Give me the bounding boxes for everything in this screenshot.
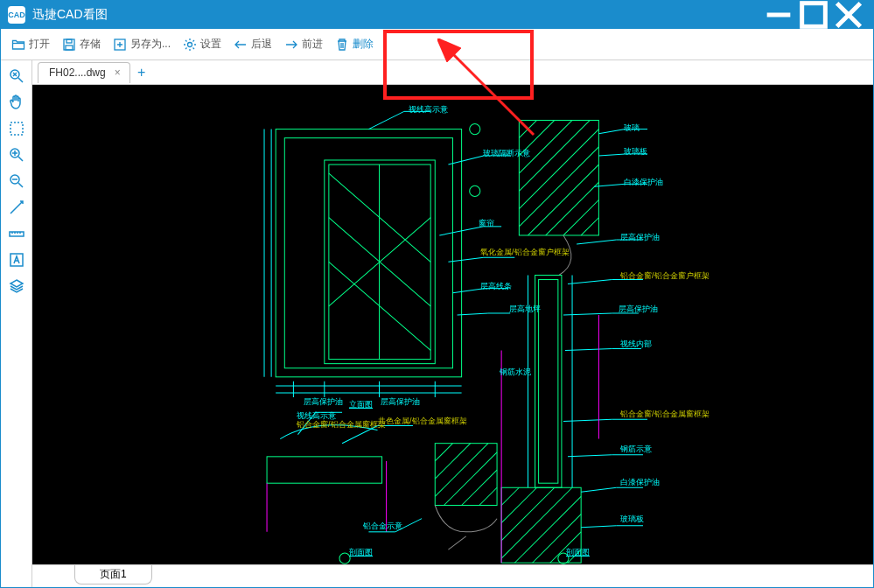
annotation-label: 钢筋示意 — [620, 444, 652, 455]
svg-line-81 — [501, 487, 519, 505]
svg-line-71 — [519, 147, 598, 227]
svg-line-99 — [563, 313, 612, 315]
annotation-label: 共色金属/铝合金属窗框架 — [378, 416, 467, 427]
svg-rect-65 — [519, 120, 598, 235]
annotation-label: 层高保护油 — [619, 304, 658, 315]
svg-line-66 — [519, 120, 536, 137]
svg-line-97 — [568, 280, 612, 284]
svg-line-57 — [435, 444, 470, 479]
titlebar: CAD 迅捷CAD看图 — [1, 1, 873, 29]
annotation-label: 立面图 — [349, 399, 373, 410]
annotation-label: 层高保护油 — [620, 232, 660, 243]
annotation-label: 玻璃隔断示意 — [483, 148, 530, 159]
annotation-label: 钢筋水泥 — [500, 367, 531, 378]
select-window-button[interactable] — [4, 116, 29, 141]
document-tab[interactable]: FH02....dwg × — [38, 62, 130, 83]
close-button[interactable] — [831, 1, 866, 29]
svg-line-84 — [501, 487, 572, 558]
text-button[interactable] — [4, 248, 29, 272]
svg-line-59 — [444, 452, 497, 506]
zoom-extents-button[interactable] — [4, 64, 29, 88]
save-button[interactable]: 存储 — [57, 32, 106, 57]
layout-tab-label: 页面1 — [100, 567, 127, 582]
saveas-icon — [113, 38, 127, 52]
undo-icon — [234, 38, 248, 52]
annotation-label: 玻璃板 — [620, 514, 644, 525]
svg-line-91 — [598, 154, 625, 156]
open-label: 打开 — [29, 37, 50, 52]
svg-line-72 — [528, 164, 598, 235]
saveas-label: 另存为... — [130, 37, 171, 52]
open-button[interactable]: 打开 — [6, 32, 55, 57]
layout-tabs: 页面1 — [32, 564, 873, 587]
undo-button[interactable]: 后退 — [228, 32, 277, 57]
annotation-label: 玻璃板 — [624, 146, 647, 158]
redo-button[interactable]: 前进 — [279, 32, 328, 57]
redo-icon — [284, 38, 298, 52]
draw-line-button[interactable] — [4, 195, 29, 220]
svg-line-41 — [452, 289, 483, 293]
saveas-button[interactable]: 另存为... — [108, 32, 176, 57]
svg-line-89 — [598, 130, 625, 134]
close-icon — [831, 0, 866, 32]
svg-line-61 — [479, 487, 497, 505]
svg-line-39 — [448, 257, 483, 262]
svg-point-46 — [470, 186, 480, 196]
annotation-label: 视线内部 — [620, 339, 652, 350]
delete-button[interactable]: 删除 — [330, 32, 379, 57]
svg-line-74 — [563, 200, 598, 235]
annotation-label: 铝合金窗/铝合金属窗框架 — [297, 419, 386, 430]
svg-rect-55 — [435, 444, 497, 506]
annotation-label: 层高保护油 — [304, 396, 343, 408]
minimize-button[interactable] — [761, 1, 796, 29]
minimize-icon — [761, 0, 796, 32]
tool-sidebar — [1, 60, 32, 587]
undo-label: 后退 — [251, 37, 272, 52]
pan-button[interactable] — [4, 90, 29, 115]
svg-rect-6 — [66, 46, 73, 50]
cad-canvas[interactable]: 视线高示意 玻璃隔断示意 窗帘 氧化金属/铝合金窗户框架 层高线条 层高地坪 层… — [32, 85, 873, 564]
main-area: FH02....dwg × + — [32, 60, 873, 587]
zoom-in-button[interactable] — [4, 143, 29, 167]
svg-line-75 — [581, 218, 598, 235]
settings-button[interactable]: 设置 — [178, 32, 227, 57]
svg-point-8 — [188, 42, 192, 46]
layout-tab[interactable]: 页面1 — [74, 565, 152, 584]
svg-line-70 — [519, 130, 598, 209]
svg-line-35 — [448, 156, 483, 164]
svg-line-103 — [563, 419, 612, 421]
svg-line-64 — [448, 536, 465, 550]
svg-point-45 — [470, 124, 480, 135]
svg-rect-16 — [276, 130, 461, 377]
save-icon — [62, 38, 76, 52]
svg-line-105 — [568, 455, 612, 457]
svg-line-107 — [581, 487, 616, 492]
annotation-label: 白漆保护油 — [624, 177, 663, 188]
maximize-button[interactable] — [796, 1, 831, 29]
layer-button[interactable] — [4, 274, 29, 298]
folder-open-icon — [11, 38, 25, 52]
settings-label: 设置 — [200, 37, 221, 52]
svg-rect-11 — [10, 122, 23, 135]
annotation-label: 层高地坪 — [509, 304, 541, 315]
svg-rect-5 — [66, 39, 72, 43]
cad-drawing — [32, 85, 873, 564]
svg-line-56 — [435, 444, 452, 461]
toolbar: 打开 存储 另存为... 设置 后退 前进 删除 — [1, 29, 873, 60]
tab-add-button[interactable]: + — [132, 63, 151, 82]
svg-line-68 — [519, 120, 572, 173]
annotation-label: 铝合金窗/铝合金属窗框架 — [620, 409, 710, 420]
tab-close-button[interactable]: × — [113, 66, 122, 79]
svg-line-82 — [501, 487, 536, 522]
svg-line-83 — [501, 487, 555, 541]
zoom-out-button[interactable] — [4, 169, 29, 193]
svg-line-33 — [368, 111, 403, 129]
annotation-label: 剖面图 — [566, 547, 590, 558]
annotation-label: 窗帘 — [479, 218, 494, 229]
annotation-label: 层高保护油 — [381, 396, 420, 408]
measure-button[interactable] — [4, 221, 29, 246]
app-title: 迅捷CAD看图 — [32, 7, 761, 23]
gear-icon — [183, 38, 197, 52]
content-area: FH02....dwg × + — [1, 60, 873, 587]
maximize-icon — [796, 0, 831, 32]
